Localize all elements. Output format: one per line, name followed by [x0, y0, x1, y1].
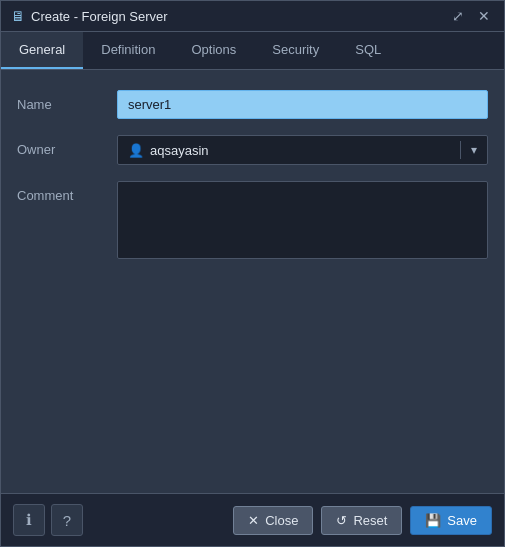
owner-value: aqsayasin — [150, 143, 450, 158]
title-bar: 🖥 Create - Foreign Server ⤢ ✕ — [1, 1, 504, 32]
comment-control — [117, 181, 488, 262]
tab-options[interactable]: Options — [173, 32, 254, 69]
dialog: 🖥 Create - Foreign Server ⤢ ✕ General De… — [0, 0, 505, 547]
reset-icon: ↺ — [336, 513, 347, 528]
close-window-button[interactable]: ✕ — [474, 7, 494, 25]
dialog-icon: 🖥 — [11, 8, 25, 24]
comment-row: Comment — [17, 181, 488, 262]
user-icon: 👤 — [128, 143, 144, 158]
comment-label: Comment — [17, 181, 117, 203]
footer: ℹ ? ✕ Close ↺ Reset 💾 Save — [1, 493, 504, 546]
comment-input[interactable] — [117, 181, 488, 259]
help-button[interactable]: ? — [51, 504, 83, 536]
tab-general[interactable]: General — [1, 32, 83, 69]
reset-button[interactable]: ↺ Reset — [321, 506, 402, 535]
save-label: Save — [447, 513, 477, 528]
owner-label: Owner — [17, 135, 117, 157]
name-control — [117, 90, 488, 119]
save-button[interactable]: 💾 Save — [410, 506, 492, 535]
owner-select[interactable]: 👤 aqsayasin ▾ — [117, 135, 488, 165]
reset-label: Reset — [353, 513, 387, 528]
footer-left-buttons: ℹ ? — [13, 504, 83, 536]
dialog-title: Create - Foreign Server — [31, 9, 168, 24]
tab-security[interactable]: Security — [254, 32, 337, 69]
tab-definition[interactable]: Definition — [83, 32, 173, 69]
close-label: Close — [265, 513, 298, 528]
owner-control: 👤 aqsayasin ▾ — [117, 135, 488, 165]
name-input[interactable] — [117, 90, 488, 119]
name-row: Name — [17, 90, 488, 119]
select-divider — [460, 141, 461, 159]
name-label: Name — [17, 90, 117, 112]
chevron-down-icon: ▾ — [471, 143, 477, 157]
close-button[interactable]: ✕ Close — [233, 506, 313, 535]
owner-row: Owner 👤 aqsayasin ▾ — [17, 135, 488, 165]
tab-bar: General Definition Options Security SQL — [1, 32, 504, 70]
close-icon: ✕ — [248, 513, 259, 528]
footer-right-buttons: ✕ Close ↺ Reset 💾 Save — [233, 506, 492, 535]
form-content: Name Owner 👤 aqsayasin ▾ Comment — [1, 70, 504, 493]
tab-sql[interactable]: SQL — [337, 32, 399, 69]
save-icon: 💾 — [425, 513, 441, 528]
info-button[interactable]: ℹ — [13, 504, 45, 536]
expand-button[interactable]: ⤢ — [448, 7, 468, 25]
